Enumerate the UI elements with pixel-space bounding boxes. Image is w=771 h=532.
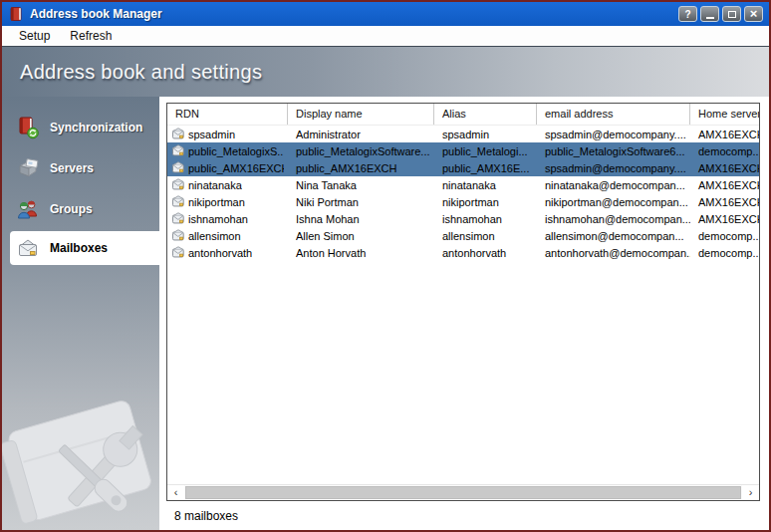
close-button[interactable] (744, 6, 763, 22)
cell-rdn: ishnamohan (167, 212, 288, 225)
titlebar: Address book Manager (2, 2, 769, 26)
sidebar-item-mailboxes[interactable]: Mailboxes (10, 231, 159, 265)
mailbox-row-icon (171, 195, 188, 208)
cell-rdn: allensimon (167, 229, 288, 242)
cell-home_server: AMX16EXCH (690, 129, 759, 140)
minimize-icon (706, 17, 714, 19)
list-header: RDNDisplay nameAliasemail addressHome se… (167, 104, 759, 126)
scroll-left-icon[interactable]: ‹ (167, 485, 184, 500)
mailbox-list: RDNDisplay nameAliasemail addressHome se… (166, 103, 760, 501)
mailbox-row-icon (171, 246, 188, 259)
table-row[interactable]: allensimonAllen Simonallensimonallensimo… (167, 227, 759, 244)
cell-home_server: democomp... (690, 247, 759, 259)
cell-alias: spsadmin (434, 129, 537, 140)
cell-display_name: Niki Portman (288, 196, 434, 208)
cell-home_server: democomp... (690, 230, 759, 242)
cell-home_server: democomp... (690, 145, 759, 157)
cell-display_name: Administrator (288, 129, 434, 140)
cell-alias: ishnamohan (434, 213, 537, 225)
cell-email: antonhorvath@democompan... (537, 247, 690, 259)
cell-email: nikiportman@democompan... (537, 196, 690, 208)
window-title: Address book Manager (30, 7, 675, 21)
cell-rdn: antonhorvath (167, 246, 288, 259)
sidebar-item-servers[interactable]: Servers (2, 149, 159, 187)
cell-display_name: Allen Simon (288, 230, 434, 242)
cell-email: spsadmin@democompany.... (537, 162, 690, 174)
cell-alias: antonhorvath (434, 247, 537, 259)
cell-email: allensimon@democompan... (537, 230, 690, 242)
tools-folder-watermark-icon (2, 389, 159, 530)
sidebar-item-label: Mailboxes (50, 241, 108, 255)
table-row[interactable]: public_MetalogixS...public_MetalogixSoft… (167, 142, 759, 159)
sync-book-icon (16, 116, 40, 139)
mailbox-row-icon (171, 128, 188, 140)
table-row[interactable]: nikiportmanNiki Portmannikiportmannikipo… (167, 193, 759, 210)
cell-rdn: nikiportman (167, 195, 288, 208)
cell-alias: public_Metalogi... (434, 145, 537, 157)
cell-alias: allensimon (434, 230, 537, 242)
horizontal-scrollbar[interactable]: ‹ › (167, 484, 759, 500)
list-rows: spsadminAdministratorspsadminspsadmin@de… (167, 126, 759, 484)
groups-icon (16, 197, 40, 221)
scrollbar-thumb[interactable] (185, 486, 741, 499)
cell-email: public_MetalogixSoftware6... (537, 145, 690, 157)
sidebar-item-label: Servers (50, 161, 94, 175)
servers-icon (16, 156, 40, 180)
cell-rdn: spsadmin (167, 128, 288, 140)
column-header-rdn[interactable]: RDN (167, 104, 288, 125)
cell-home_server: AMX16EXCH (690, 213, 759, 225)
mailbox-row-icon (171, 178, 188, 191)
table-row[interactable]: spsadminAdministratorspsadminspsadmin@de… (167, 126, 759, 142)
banner: Address book and settings (2, 46, 769, 97)
column-header-alias[interactable]: Alias (434, 104, 537, 125)
table-row[interactable]: ishnamohanIshna Mohanishnamohanishnamoha… (167, 210, 759, 227)
sidebar: SynchronizationServersGroupsMailboxes (2, 97, 159, 530)
cell-home_server: AMX16EXCH (690, 162, 759, 174)
table-row[interactable]: ninatanakaNina Tanakaninatanakaninatanak… (167, 176, 759, 193)
cell-alias: public_AMX16E... (434, 162, 537, 174)
cell-email: ishnamohan@democompan... (537, 213, 690, 225)
column-header-display_name[interactable]: Display name (288, 104, 434, 125)
sidebar-item-synchronization[interactable]: Synchronization (2, 109, 159, 146)
status-text: 8 mailboxes (174, 509, 238, 523)
cell-rdn: public_AMX16EXCH (167, 161, 288, 174)
mailbox-row-icon (171, 144, 188, 157)
sidebar-item-label: Groups (50, 202, 93, 216)
table-row[interactable]: public_AMX16EXCHpublic_AMX16EXCHpublic_A… (167, 159, 759, 176)
cell-display_name: public_MetalogixSoftware... (288, 145, 434, 157)
page-title: Address book and settings (20, 61, 262, 84)
cell-display_name: Anton Horvath (288, 247, 434, 259)
cell-rdn: public_MetalogixS... (167, 144, 288, 157)
window-frame: Address book Manager Setup Refresh Addre… (2, 2, 769, 530)
cell-email: spsadmin@democompany.... (537, 129, 690, 140)
app-window: Address book Manager Setup Refresh Addre… (0, 0, 771, 532)
table-row[interactable]: antonhorvathAnton Horvathantonhorvathant… (167, 244, 759, 261)
sidebar-item-label: Synchronization (50, 121, 142, 134)
cell-display_name: Ishna Mohan (288, 213, 434, 225)
cell-email: ninatanaka@democompan... (537, 179, 690, 191)
help-button[interactable] (678, 6, 697, 22)
body: SynchronizationServersGroupsMailboxes (2, 97, 769, 530)
sidebar-item-groups[interactable]: Groups (2, 190, 159, 228)
content-panel: RDNDisplay nameAliasemail addressHome se… (159, 97, 769, 530)
column-header-email[interactable]: email address (537, 104, 690, 125)
maximize-button[interactable] (722, 6, 741, 22)
cell-display_name: public_AMX16EXCH (288, 162, 434, 174)
cell-alias: nikiportman (434, 196, 537, 208)
cell-home_server: AMX16EXCH (690, 179, 759, 191)
maximize-icon (728, 11, 736, 18)
mailbox-row-icon (171, 212, 188, 225)
menu-setup[interactable]: Setup (9, 27, 60, 45)
menubar: Setup Refresh (2, 26, 769, 46)
mailboxes-icon (16, 236, 40, 260)
red-book-icon (8, 6, 24, 22)
mailbox-row-icon (171, 161, 188, 174)
cell-display_name: Nina Tanaka (288, 179, 434, 191)
scroll-right-icon[interactable]: › (742, 485, 759, 500)
menu-refresh[interactable]: Refresh (60, 27, 122, 45)
mailbox-row-icon (171, 229, 188, 242)
column-header-home_server[interactable]: Home server (690, 104, 759, 125)
cell-alias: ninatanaka (434, 179, 537, 191)
cell-rdn: ninatanaka (167, 178, 288, 191)
minimize-button[interactable] (700, 6, 719, 22)
